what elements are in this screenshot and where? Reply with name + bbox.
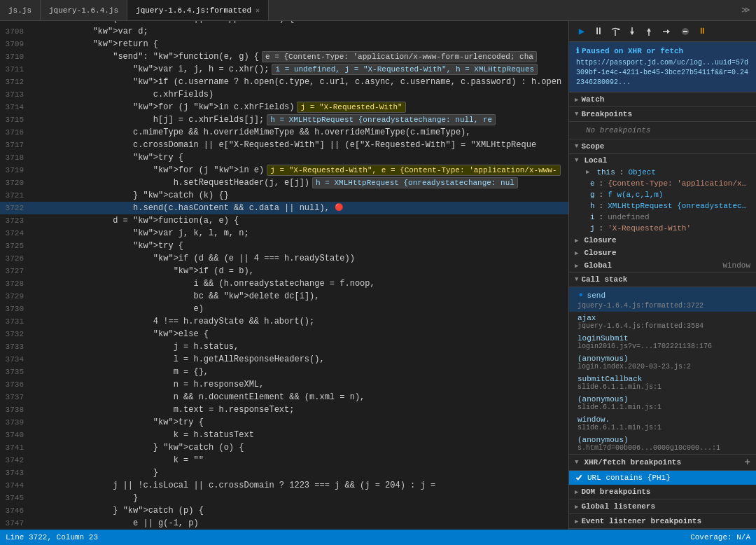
code-line-3728[interactable]: 3728 i && (h.onreadystatechange = f.noop… [0,277,568,290]
close-tab-icon[interactable]: ✕ [255,6,260,15]
callstack-item-3[interactable]: (anonymous)login.index.2020-03-23.js:2 [569,352,756,373]
code-line-3734[interactable]: 3734 l = h.getAllResponseHeaders(), [0,353,568,366]
callstack-item-1[interactable]: ajaxjquery-1.6.4.js:formatted:3584 [569,312,756,332]
right-panel-scroll[interactable]: ℹ Paused on XHR or fetch https://passpor… [569,42,756,530]
code-line-3739[interactable]: 3739 "kw">try { [0,416,568,429]
xhr-item[interactable]: URL contains {PH1} [569,471,756,485]
line-number-3728: 3728 [0,277,29,290]
dont-pause-btn[interactable]: ⏸ [695,25,709,39]
line-content-3742: k = "" [29,454,568,467]
tab-overflow-icon[interactable]: ≫ [736,5,756,15]
line-content-3731: 4 !== h.readyState && h.abort(); [29,315,568,328]
scope-local-header[interactable]: Local [569,154,756,167]
callstack-item-2[interactable]: loginSubmitlogin2016.js?v=...1702221138:… [569,332,756,352]
code-line-3720[interactable]: 3720 h.setRequestHeader(j, e[j])h = XMLH… [0,177,568,189]
step-out-btn[interactable] [642,25,656,39]
code-line-3722[interactable]: 3722 h.send(c.hasContent && c.data || nu… [0,202,568,214]
line-content-3725: "kw">try { [29,240,568,252]
line-content-3741: } "kw">catch (o) { [29,441,568,454]
event-listener-header[interactable]: Event listener breakpoints [569,514,756,529]
code-line-3737[interactable]: 3737 n && n.documentElement && (m.xml = … [0,391,568,403]
code-line-3715[interactable]: 3715 h[j] = c.xhrFields[j];h = XMLHttpRe… [0,113,568,126]
callstack-item-0[interactable]: •sendjquery-1.6.4.js:formatted:3722 [569,287,756,312]
dom-arrow-icon [575,488,578,496]
code-line-3729[interactable]: 3729 bc && "kw">delete dc[i]), [0,290,568,303]
code-line-3736[interactable]: 3736 n = h.responseXML, [0,378,568,391]
code-line-3742[interactable]: 3742 k = "" [0,454,568,467]
code-line-3733[interactable]: 3733 j = h.status, [0,340,568,353]
dom-breakpoints-header[interactable]: DOM breakpoints [569,485,756,499]
code-line-3746[interactable]: 3746 } "kw">catch (p) { [0,504,568,517]
code-line-3730[interactable]: 3730 e) [0,303,568,315]
code-line-3743[interactable]: 3743 } [0,467,568,479]
callstack-item-4[interactable]: submitCallbackslide.6.1.1.min.js:1 [569,373,756,393]
tab-jquery-164-fmt[interactable]: jquery-1.6.4.js:formatted ✕ [127,0,269,20]
code-line-3744[interactable]: 3744 j || !c.isLocal || c.crossDomain ? … [0,479,568,492]
code-line-3723[interactable]: 3723 d = "kw">function(a, e) { [0,214,568,227]
scope-var-g[interactable]: g : f w(a,c,l,m) [580,189,756,200]
code-line-3716[interactable]: 3716 c.mimeType && h.overrideMimeType &&… [0,126,568,139]
line-number-3727: 3727 [0,265,29,277]
tab-label-js-js: js.js [8,6,31,15]
code-line-3735[interactable]: 3735 m = {}, [0,366,568,378]
code-line-3740[interactable]: 3740 k = h.statusText [0,429,568,441]
code-line-3741[interactable]: 3741 } "kw">catch (o) { [0,441,568,454]
code-line-3710[interactable]: 3710 "send": "kw">function(e, g) {e = {C… [0,50,568,63]
scope-global-header[interactable]: Global Window [569,259,756,272]
scope-closure-header1[interactable]: Closure [569,234,756,247]
line-number-3744: 3744 [0,479,29,492]
code-line-3708[interactable]: 3708 "kw">var d; [0,25,568,38]
scope-var-j[interactable]: j : 'X-Requested-With' [580,223,756,234]
callstack-loc-5: slide.6.1.1.min.js:1 [578,403,748,411]
callstack-fn-3: (anonymous) [578,354,748,363]
step-into-btn[interactable] [625,25,639,39]
code-line-3719[interactable]: 3719 "kw">for (j "kw">in e)j = "X-Reques… [0,164,568,177]
line-content-3723: d = "kw">function(a, e) { [29,214,568,227]
scope-var-this[interactable]: this : Object [580,167,756,178]
code-line-3738[interactable]: 3738 m.text = h.responseText; [0,403,568,416]
watch-section-header[interactable]: Watch [569,92,756,107]
scope-var-i[interactable]: i : undefined [580,212,756,223]
global-listeners-header[interactable]: Global listeners [569,499,756,514]
code-line-3727[interactable]: 3727 "kw">if (d = b), [0,265,568,277]
tab-jquery-164[interactable]: jquery-1.6.4.js [41,0,127,20]
callstack-item-6[interactable]: window.slide.6.1.1.min.js:1 [569,413,756,434]
code-line-3717[interactable]: 3717 c.crossDomain || e["X-Requested-Wit… [0,139,568,151]
step-btn[interactable] [659,25,673,39]
code-line-3745[interactable]: 3745 } [0,492,568,504]
xhr-add-icon[interactable]: + [745,457,750,467]
resume-btn[interactable]: ▶ [575,25,589,39]
callstack-item-5[interactable]: (anonymous)slide.6.1.1.min.js:1 [569,393,756,413]
code-line-3721[interactable]: 3721 } "kw">catch (k) {} [0,189,568,202]
scope-h-name: h [590,202,595,210]
paused-url: https://passport.jd.com/uc/log...uuid=57… [576,58,749,88]
tab-js-js[interactable]: js.js [0,0,41,20]
callstack-section-header[interactable]: Call stack [569,272,756,287]
scope-var-h[interactable]: h : XMLHttpRequest {onreadystatec... [580,200,756,212]
code-line-3724[interactable]: 3724 "kw">var j, k, l, m, n; [0,227,568,240]
xhr-checkbox[interactable] [575,474,583,482]
code-line-3711[interactable]: 3711 "kw">var i, j, h = c.xhr();i = unde… [0,63,568,76]
code-line-3712[interactable]: 3712 "kw">if (c.username ? h.open(c.type… [0,76,568,88]
code-area[interactable]: 3697 "kw">return !this.isLocal && ec() |… [0,21,568,530]
code-line-3709[interactable]: 3709 "kw">return { [0,38,568,50]
callstack-fn-0: •send [578,289,748,302]
scope-closure-header2[interactable]: Closure [569,247,756,259]
code-line-3718[interactable]: 3718 "kw">try { [0,151,568,164]
code-line-3731[interactable]: 3731 4 !== h.readyState && h.abort(); [0,315,568,328]
scope-local-items: this : Object e : {Content-Type: 'applic… [569,167,756,234]
code-line-3725[interactable]: 3725 "kw">try { [0,240,568,252]
step-over-btn[interactable] [608,25,622,39]
code-line-3747[interactable]: 3747 e || g(-1, p) [0,517,568,530]
deactivate-btn[interactable] [678,25,692,39]
scope-var-e[interactable]: e : {Content-Type: 'application/x... [580,178,756,189]
xhr-section-header[interactable]: XHR/fetch breakpoints + [569,455,756,471]
callstack-item-7[interactable]: (anonymous)s.html?d=00b006...0000g10c000… [569,434,756,454]
code-line-3713[interactable]: 3713 c.xhrFields) [0,88,568,101]
code-line-3732[interactable]: 3732 "kw">else { [0,328,568,340]
breakpoints-section-header[interactable]: Breakpoints [569,107,756,122]
code-line-3726[interactable]: 3726 "kw">if (d && (e || 4 === h.readySt… [0,252,568,265]
pause-btn[interactable]: ⏸ [592,25,606,39]
scope-section-header[interactable]: Scope [569,139,756,154]
code-line-3714[interactable]: 3714 "kw">for (j "kw">in c.xhrFields)j =… [0,101,568,113]
